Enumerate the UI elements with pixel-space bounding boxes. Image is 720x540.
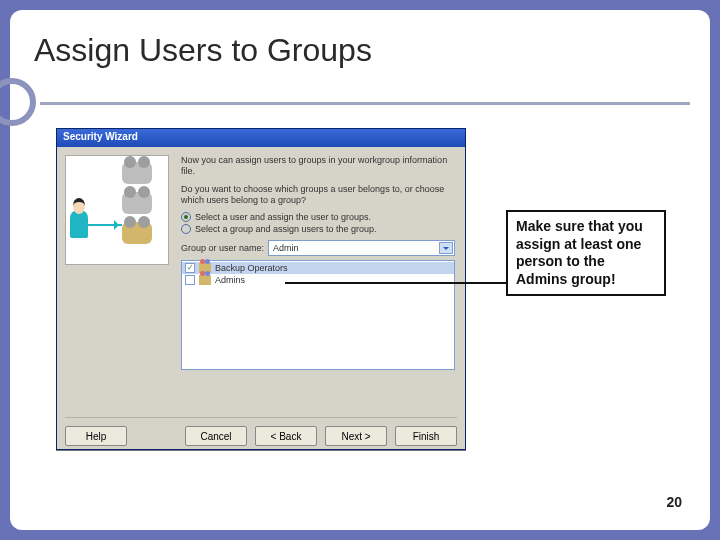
list-item-label: Backup Operators: [215, 263, 288, 273]
help-button[interactable]: Help: [65, 426, 127, 446]
radio-label: Select a group and assign users to the g…: [195, 224, 377, 234]
checkbox-icon[interactable]: [185, 275, 195, 285]
radio-icon: [181, 224, 191, 234]
person-icon: [70, 210, 88, 238]
window-titlebar[interactable]: Security Wizard: [57, 129, 465, 147]
radio-assign-user-to-groups[interactable]: Select a user and assign the user to gro…: [181, 212, 455, 222]
wizard-illustration: [65, 155, 169, 265]
callout-connector-line: [285, 282, 507, 284]
list-item[interactable]: Admins: [182, 274, 454, 286]
finish-button[interactable]: Finish: [395, 426, 457, 446]
title-underline: [40, 102, 690, 105]
checkbox-icon[interactable]: ✓: [185, 263, 195, 273]
user-name-dropdown[interactable]: Admin: [268, 240, 455, 256]
chevron-down-icon[interactable]: [439, 242, 453, 254]
wizard-intro-text-1: Now you can assign users to groups in yo…: [181, 155, 455, 178]
arrow-icon: [88, 224, 122, 226]
groups-listbox[interactable]: ✓ Backup Operators Admins: [181, 260, 455, 370]
page-number: 20: [666, 494, 682, 510]
list-item-label: Admins: [215, 275, 245, 285]
radio-label: Select a user and assign the user to gro…: [195, 212, 371, 222]
user-name-field-row: Group or user name: Admin: [181, 240, 455, 256]
accent-circle-decoration: [0, 78, 36, 126]
field-label: Group or user name:: [181, 243, 264, 253]
group-icon-highlight: [122, 222, 152, 244]
radio-icon: [181, 212, 191, 222]
group-icon: [122, 162, 152, 184]
wizard-left-pane: [57, 147, 177, 417]
security-wizard-window: Security Wizard Now you can assign users…: [56, 128, 466, 450]
next-button[interactable]: Next >: [325, 426, 387, 446]
dropdown-value: Admin: [273, 243, 299, 253]
wizard-intro-text-2: Do you want to choose which groups a use…: [181, 184, 455, 207]
callout-text: Make sure that you assign at least one p…: [516, 218, 643, 287]
group-icon: [122, 192, 152, 214]
back-button[interactable]: < Back: [255, 426, 317, 446]
page-title: Assign Users to Groups: [34, 32, 372, 69]
radio-assign-users-to-group[interactable]: Select a group and assign users to the g…: [181, 224, 455, 234]
list-item[interactable]: ✓ Backup Operators: [182, 262, 454, 274]
cancel-button[interactable]: Cancel: [185, 426, 247, 446]
wizard-button-row: Help Cancel < Back Next > Finish: [57, 418, 465, 446]
callout-box: Make sure that you assign at least one p…: [506, 210, 666, 296]
slide-surface: Assign Users to Groups Security Wizard N…: [10, 10, 710, 530]
group-icon: [199, 275, 211, 285]
title-area: Assign Users to Groups: [34, 32, 372, 69]
